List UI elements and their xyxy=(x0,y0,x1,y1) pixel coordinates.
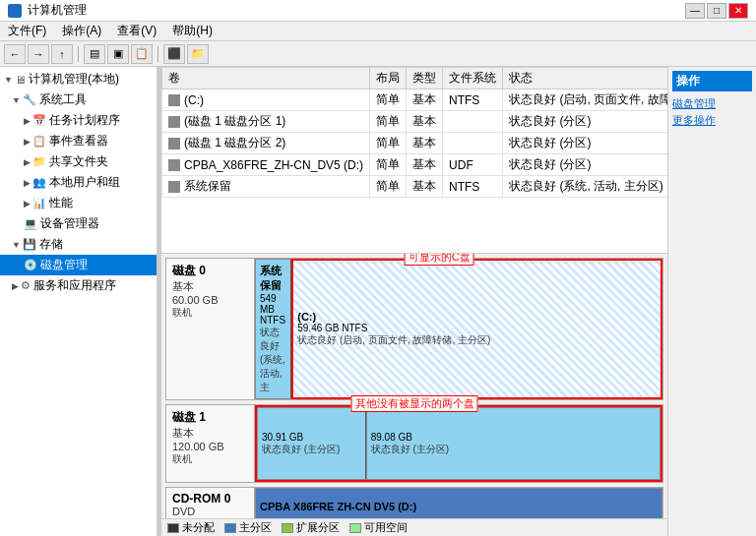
sidebar-item-task-scheduler[interactable]: ▶ 📅 任务计划程序 xyxy=(0,110,157,131)
up-button[interactable]: ↑ xyxy=(51,44,73,64)
sidebar-item-services[interactable]: ▶ ⚙ 服务和应用程序 xyxy=(0,275,157,296)
disk1-partition-0[interactable]: 30.91 GB 状态良好 (主分区) xyxy=(257,407,366,480)
sidebar-item-performance[interactable]: ▶ 📊 性能 xyxy=(0,193,157,213)
disk1-partition-1[interactable]: 89.08 GB 状态良好 (主分区) xyxy=(366,407,661,480)
operations-panel: 操作 磁盘管理 更多操作 xyxy=(667,67,756,536)
show-button[interactable]: ▤ xyxy=(84,44,105,64)
folder-icon: 📁 xyxy=(32,155,46,168)
table-cell-4: 状态良好 (启动, 页面文件, 故障转储, 主分区) xyxy=(503,89,667,111)
cdrom0-partitions: CPBA X86FRE ZH-CN DV5 (D:) xyxy=(255,488,662,518)
sidebar-item-system-tools[interactable]: ▼ 🔧 系统工具 xyxy=(0,89,157,110)
table-cell-1: 简单 xyxy=(370,154,407,176)
disk1-p1-size: 89.08 GB xyxy=(371,432,656,443)
ops-disk-mgmt-link[interactable]: 磁盘管理 xyxy=(672,95,752,112)
menu-action[interactable]: 操作(A) xyxy=(58,21,105,41)
toolbar-btn3[interactable]: 📋 xyxy=(131,44,153,64)
back-button[interactable]: ← xyxy=(4,44,26,64)
table-cell-2: 基本 xyxy=(407,133,443,154)
disk0-p0-size: 549 MB NTFS xyxy=(260,293,286,326)
sidebar-item-device-manager[interactable]: 💻 设备管理器 xyxy=(0,213,157,234)
disk0-partition-sysreserved[interactable]: 系统保留 549 MB NTFS 状态良好 (系统, 活动, 主 xyxy=(255,259,291,399)
disk0-p1-status: 状态良好 (启动, 页面文件, 故障转储, 主分区) xyxy=(297,333,657,347)
table-cell-4: 状态良好 (分区) xyxy=(503,133,667,154)
menu-file[interactable]: 文件(F) xyxy=(4,21,50,41)
disk-row-icon xyxy=(168,181,180,193)
expand-icon4: ▶ xyxy=(24,137,31,147)
toolbar-btn5[interactable]: 📁 xyxy=(187,44,209,64)
table-cell-3: UDF xyxy=(443,154,503,176)
forward-button[interactable]: → xyxy=(28,44,49,64)
sidebar-item-disk-mgmt[interactable]: 💿 磁盘管理 xyxy=(0,255,157,275)
table-row[interactable]: CPBA_X86FRE_ZH-CN_DV5 (D:)简单基本UDF状态良好 (分… xyxy=(162,154,668,176)
annotation-cdrive-label: 可显示的C盘 xyxy=(405,254,474,266)
toolbar: ← → ↑ ▤ ▣ 📋 ⬛ 📁 xyxy=(0,41,756,67)
sidebar-item-computer[interactable]: ▼ 🖥 计算机管理(本地) xyxy=(0,69,157,89)
computer-icon: 🖥 xyxy=(15,74,26,86)
disk1-type: 基本 xyxy=(172,426,248,441)
disk-0-entry: 可显示的C盘 磁盘 0 基本 60.00 GB 联机 系统保留 549 MB N… xyxy=(165,258,663,400)
sidebar-item-event-viewer[interactable]: ▶ 📋 事件查看器 xyxy=(0,131,157,151)
disk1-status: 联机 xyxy=(172,452,248,466)
table-cell-1: 简单 xyxy=(370,176,407,198)
disk-1-entry: 其他没有被显示的两个盘 磁盘 1 基本 120.00 GB 联机 30.91 G… xyxy=(165,404,663,483)
table-row[interactable]: (磁盘 1 磁盘分区 2)简单基本状态良好 (分区)8 xyxy=(162,133,668,154)
toolbar-separator2 xyxy=(158,46,158,62)
cdrom0-name: CD-ROM 0 xyxy=(172,492,248,506)
legend-color-extended xyxy=(282,523,293,533)
expand-icon3: ▶ xyxy=(24,116,31,126)
ops-more-link[interactable]: 更多操作 xyxy=(672,112,752,129)
disk0-name: 磁盘 0 xyxy=(172,263,248,279)
sidebar-item-local-users[interactable]: ▶ 👥 本地用户和组 xyxy=(0,172,157,193)
sidebar-item-storage[interactable]: ▼ 💾 存储 xyxy=(0,234,157,255)
menu-bar: 文件(F) 操作(A) 查看(V) 帮助(H) xyxy=(0,22,756,41)
toolbar-btn4[interactable]: ⬛ xyxy=(163,44,185,64)
minimize-button[interactable]: — xyxy=(685,3,705,19)
sidebar-item-shared-folders[interactable]: ▶ 📁 共享文件夹 xyxy=(0,151,157,172)
col-layout[interactable]: 布局 xyxy=(370,68,407,89)
table-row[interactable]: 系统保留简单基本NTFS状态良好 (系统, 活动, 主分区)5 xyxy=(162,176,668,198)
disk0-partition-c[interactable]: (C:) 59.46 GB NTFS 状态良好 (启动, 页面文件, 故障转储,… xyxy=(291,259,662,399)
close-button[interactable]: ✕ xyxy=(728,3,748,19)
table-cell-3 xyxy=(443,133,503,154)
legend-color-primary xyxy=(224,523,236,533)
annotation-other-label: 其他没有被显示的两个盘 xyxy=(351,395,478,412)
table-cell-0: (C:) xyxy=(162,89,370,111)
disk-row-icon xyxy=(168,94,180,106)
disk-row-icon xyxy=(168,116,180,128)
disk0-status: 联机 xyxy=(172,306,248,320)
table-cell-2: 基本 xyxy=(407,154,443,176)
table-cell-0: 系统保留 xyxy=(162,176,370,198)
legend-label-free: 可用空间 xyxy=(364,520,408,535)
disk0-partitions: 系统保留 549 MB NTFS 状态良好 (系统, 活动, 主 (C:) 59… xyxy=(255,259,662,399)
menu-help[interactable]: 帮助(H) xyxy=(168,21,217,41)
main-layout: ▼ 🖥 计算机管理(本地) ▼ 🔧 系统工具 ▶ 📅 任务计划程序 ▶ 📋 事件… xyxy=(0,67,756,536)
performance-icon: 📊 xyxy=(32,197,46,209)
maximize-button[interactable]: □ xyxy=(707,3,726,19)
content-area: 卷 布局 类型 文件系统 状态 (C:)简单基本NTFS状态良好 (启动, 页面… xyxy=(161,67,667,536)
disk0-info: 磁盘 0 基本 60.00 GB 联机 xyxy=(166,259,255,399)
disk1-p1-status: 状态良好 (主分区) xyxy=(371,443,656,456)
toolbar-btn2[interactable]: ▣ xyxy=(107,44,129,64)
cdrom0-partition[interactable]: CPBA X86FRE ZH-CN DV5 (D:) xyxy=(255,488,662,518)
col-type[interactable]: 类型 xyxy=(407,68,443,89)
disk1-info: 磁盘 1 基本 120.00 GB 联机 xyxy=(166,405,255,482)
col-fs[interactable]: 文件系统 xyxy=(443,68,503,89)
menu-view[interactable]: 查看(V) xyxy=(113,21,160,41)
disk1-p0-status: 状态良好 (主分区) xyxy=(262,443,361,456)
table-row[interactable]: (磁盘 1 磁盘分区 1)简单基本状态良好 (分区)8 xyxy=(162,111,668,133)
expand-icon2: ▼ xyxy=(12,95,21,105)
table-cell-0: (磁盘 1 磁盘分区 1) xyxy=(162,111,370,133)
ops-title: 操作 xyxy=(672,71,752,91)
table-cell-0: (磁盘 1 磁盘分区 2) xyxy=(162,133,370,154)
cdrom-0-entry: CD-ROM 0 DVD CPBA X86FRE ZH-CN DV5 (D:) xyxy=(165,487,663,518)
disk0-p1-size: 59.46 GB NTFS xyxy=(297,323,657,333)
table-cell-3 xyxy=(443,111,503,133)
disk1-p0-size: 30.91 GB xyxy=(262,432,361,443)
col-status[interactable]: 状态 xyxy=(503,68,667,89)
col-vol[interactable]: 卷 xyxy=(162,68,370,89)
table-row[interactable]: (C:)简单基本NTFS状态良好 (启动, 页面文件, 故障转储, 主分区)5 xyxy=(162,89,668,111)
disk-row-icon xyxy=(168,159,180,171)
legend-primary: 主分区 xyxy=(224,520,272,535)
legend-color-unallocated xyxy=(167,523,179,533)
disk0-size: 60.00 GB xyxy=(172,294,248,306)
